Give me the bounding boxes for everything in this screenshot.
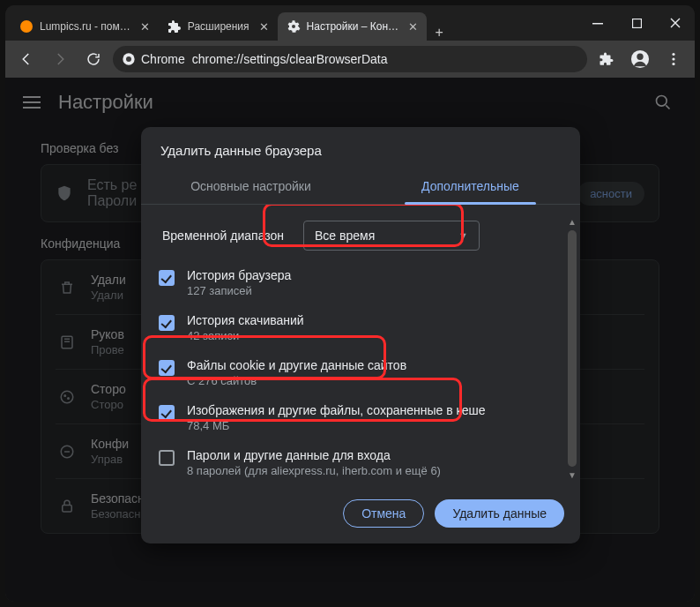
tab-lumpics[interactable]: Lumpics.ru - пом… ✕	[11, 12, 159, 41]
settings-page: Настройки Проверка без Есть ре Пароли ас…	[5, 78, 695, 602]
option-cookies[interactable]: Файлы cookie и другие данные сайтовС 276…	[153, 353, 568, 393]
checkbox[interactable]	[159, 315, 175, 331]
scroll-thumb[interactable]	[568, 230, 577, 467]
reload-button[interactable]	[79, 45, 108, 73]
svg-point-6	[637, 54, 643, 60]
maximize-button[interactable]	[617, 5, 656, 41]
toolbar: Chrome chrome://settings/clearBrowserDat…	[5, 41, 695, 78]
scrollbar[interactable]: ▲ ▼	[566, 217, 578, 480]
menu-button[interactable]	[659, 45, 688, 73]
svg-point-7	[672, 53, 674, 56]
dialog-body: Временной диапазон Все время ▼ История б…	[141, 205, 580, 487]
new-tab-button[interactable]: +	[427, 25, 451, 41]
chevron-down-icon: ▼	[458, 230, 468, 241]
tab-strip: Lumpics.ru - пом… ✕ Расширения ✕ Настрой…	[5, 5, 578, 41]
checkbox[interactable]	[159, 360, 175, 376]
back-button[interactable]	[12, 45, 41, 73]
svg-rect-2	[632, 19, 641, 27]
time-range-label: Временной диапазон	[157, 229, 289, 243]
titlebar: Lumpics.ru - пом… ✕ Расширения ✕ Настрой…	[5, 5, 695, 41]
confirm-button[interactable]: Удалить данные	[435, 499, 564, 528]
tab-title: Lumpics.ru - пом…	[40, 20, 130, 33]
minimize-button[interactable]	[578, 5, 617, 41]
option-downloads[interactable]: История скачиваний42 записи	[153, 308, 568, 348]
extensions-button[interactable]	[592, 45, 621, 73]
window-controls	[578, 5, 695, 41]
url-text: chrome://settings/clearBrowserData	[192, 52, 388, 66]
clear-data-dialog: Удалить данные браузера Основные настрой…	[141, 127, 580, 543]
svg-point-0	[20, 20, 33, 33]
dialog-title: Удалить данные браузера	[141, 127, 580, 170]
scroll-down-icon[interactable]: ▼	[568, 470, 577, 480]
address-bar[interactable]: Chrome chrome://settings/clearBrowserDat…	[113, 46, 587, 72]
time-range-row: Временной диапазон Все время ▼	[157, 221, 564, 251]
svg-point-8	[672, 57, 674, 60]
option-cache[interactable]: Изображения и другие файлы, сохраненные …	[153, 398, 568, 438]
tab-title: Расширения	[188, 20, 249, 33]
options-list: История браузера127 записей История скач…	[153, 263, 568, 487]
select-value: Все время	[315, 229, 375, 243]
checkbox[interactable]	[159, 405, 175, 421]
close-icon[interactable]: ✕	[259, 20, 269, 34]
close-icon[interactable]: ✕	[408, 20, 418, 34]
tab-basic[interactable]: Основные настройки	[141, 170, 361, 204]
site-chip: Chrome	[122, 52, 185, 66]
cancel-button[interactable]: Отмена	[343, 499, 424, 528]
scroll-up-icon[interactable]: ▲	[568, 217, 577, 227]
gear-icon	[287, 19, 301, 34]
close-icon[interactable]: ✕	[140, 20, 150, 34]
tab-title: Настройки – Кон…	[307, 20, 398, 33]
puzzle-icon	[168, 19, 182, 34]
forward-button[interactable]	[46, 45, 74, 73]
dialog-actions: Отмена Удалить данные	[141, 487, 580, 543]
close-window-button[interactable]	[656, 5, 695, 41]
svg-point-4	[126, 56, 131, 62]
favicon-orange-icon	[19, 19, 34, 34]
tab-advanced[interactable]: Дополнительные	[361, 170, 580, 204]
checkbox[interactable]	[159, 450, 175, 466]
option-history[interactable]: История браузера127 записей	[153, 263, 568, 303]
svg-point-9	[672, 63, 674, 65]
browser-window: Lumpics.ru - пом… ✕ Расширения ✕ Настрой…	[5, 5, 695, 602]
dialog-tabs: Основные настройки Дополнительные	[141, 170, 580, 205]
chip-label: Chrome	[141, 52, 185, 66]
profile-button[interactable]	[626, 45, 654, 73]
time-range-select[interactable]: Все время ▼	[303, 221, 480, 251]
checkbox[interactable]	[159, 270, 175, 286]
option-passwords[interactable]: Пароли и другие данные для входа8 пароле…	[153, 443, 568, 483]
svg-rect-1	[592, 23, 603, 25]
tab-extensions[interactable]: Расширения ✕	[159, 12, 278, 41]
tab-settings[interactable]: Настройки – Кон… ✕	[278, 12, 427, 41]
